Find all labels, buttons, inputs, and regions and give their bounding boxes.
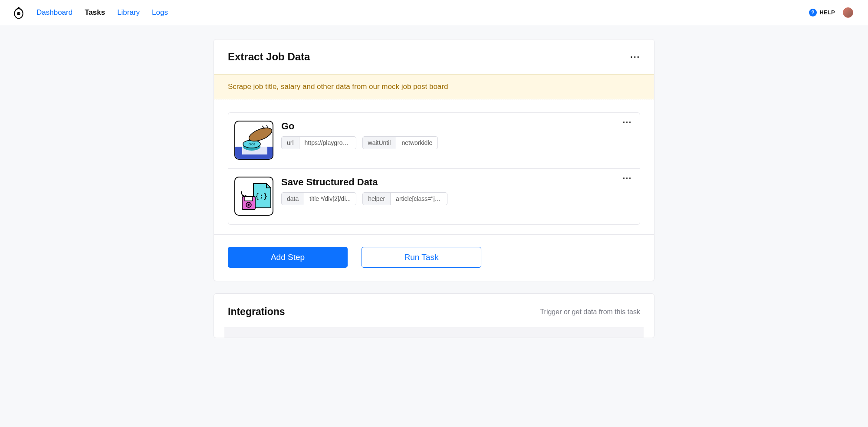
param-row: data title */div[2]/di... helper article…	[281, 192, 632, 205]
nav-tasks[interactable]: Tasks	[85, 8, 105, 17]
svg-text:{;}: {;}	[255, 192, 268, 200]
go-icon: GO!	[234, 121, 273, 160]
svg-rect-12	[245, 197, 253, 201]
task-title: Extract Job Data	[228, 51, 310, 63]
svg-point-2	[18, 13, 19, 13]
steps-box: GO! Go url https://playgroun...	[228, 112, 640, 225]
param-value: title */div[2]/di...	[304, 193, 356, 205]
integrations-card: Integrations Trigger or get data from th…	[214, 293, 654, 338]
step-save-structured[interactable]: {;} Save Structured Data	[228, 168, 640, 224]
param-row: url https://playgroun... waitUntil netwo…	[281, 136, 632, 149]
steps-container: GO! Go url https://playgroun...	[214, 99, 654, 234]
task-actions: Add Step Run Task	[214, 234, 654, 281]
logo-icon[interactable]	[12, 6, 25, 19]
param-waituntil[interactable]: waitUntil networkidle	[362, 136, 438, 149]
param-key: waitUntil	[363, 137, 397, 149]
svg-point-9	[247, 125, 273, 144]
svg-point-3	[19, 13, 20, 13]
integrations-body	[224, 327, 644, 338]
param-key: helper	[363, 193, 391, 205]
nav-library[interactable]: Library	[117, 8, 140, 17]
param-key: data	[282, 193, 304, 205]
integrations-title: Integrations	[228, 306, 285, 318]
task-more-icon[interactable]: ···	[630, 53, 640, 61]
nav-dashboard[interactable]: Dashboard	[36, 8, 72, 17]
task-description: Scrape job title, salary and other data …	[214, 74, 654, 99]
integrations-subtitle: Trigger or get data from this task	[540, 308, 640, 316]
step-title: Go	[281, 121, 632, 132]
nav-logs[interactable]: Logs	[152, 8, 168, 17]
nav-links: Dashboard Tasks Library Logs	[36, 8, 168, 17]
step-body: Go url https://playgroun... waitUntil ne…	[273, 121, 632, 149]
param-value: networkidle	[396, 137, 437, 149]
help-button[interactable]: ? HELP	[809, 9, 835, 16]
param-value: article[class="jo...	[391, 193, 447, 205]
param-helper[interactable]: helper article[class="jo...	[362, 192, 447, 205]
step-more-icon[interactable]: ···	[623, 174, 632, 183]
run-task-button[interactable]: Run Task	[362, 247, 481, 268]
avatar[interactable]	[843, 7, 853, 18]
integrations-header: Integrations Trigger or get data from th…	[214, 294, 654, 327]
param-data[interactable]: data title */div[2]/di...	[281, 192, 356, 205]
step-go[interactable]: GO! Go url https://playgroun...	[228, 113, 640, 168]
top-nav: Dashboard Tasks Library Logs ? HELP	[0, 0, 868, 25]
param-key: url	[282, 137, 299, 149]
add-step-button[interactable]: Add Step	[228, 247, 348, 268]
task-card: Extract Job Data ··· Scrape job title, s…	[214, 39, 654, 281]
step-title: Save Structured Data	[281, 177, 632, 188]
help-icon: ?	[809, 9, 817, 16]
help-label: HELP	[819, 9, 835, 16]
step-more-icon[interactable]: ···	[623, 118, 632, 127]
svg-point-1	[17, 12, 20, 15]
param-value: https://playgroun...	[299, 137, 356, 149]
save-data-icon: {;}	[234, 177, 273, 216]
nav-left: Dashboard Tasks Library Logs	[12, 6, 168, 19]
step-body: Save Structured Data data title */div[2]…	[273, 177, 632, 205]
param-url[interactable]: url https://playgroun...	[281, 136, 356, 149]
task-header: Extract Job Data ···	[214, 39, 654, 74]
nav-right: ? HELP	[809, 7, 853, 18]
svg-point-14	[248, 204, 250, 206]
svg-text:GO!: GO!	[248, 142, 255, 146]
